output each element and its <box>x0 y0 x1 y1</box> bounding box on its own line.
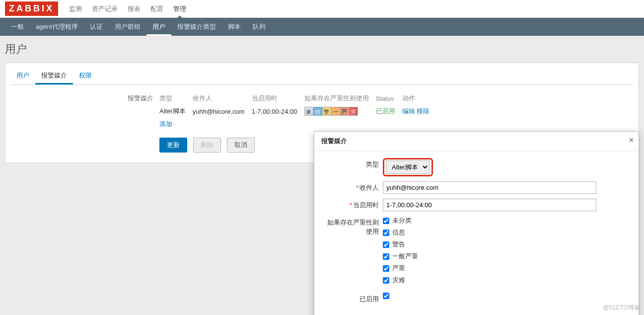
type-select-highlight: Alter脚本 <box>383 158 433 168</box>
tab-user[interactable]: 用户 <box>10 68 35 84</box>
close-icon[interactable]: × <box>629 136 634 145</box>
th-when: 当启用时 <box>252 92 304 105</box>
cell-recipient: yuhh@hicore.com <box>193 105 252 118</box>
media-modal: 报警媒介 × 类型 Alter脚本 *收件人 *当启用时 如果存在严重性则使用 <box>314 131 639 168</box>
delete-button: 删除 <box>193 138 221 153</box>
severity-badge-3: 一 <box>331 107 340 116</box>
cell-actions: 编辑 移除 <box>402 105 437 118</box>
subnav-item-users[interactable]: 用户 <box>146 18 171 36</box>
subnav-item-mediatypes[interactable]: 报警媒介类型 <box>171 18 222 36</box>
topnav-item-config[interactable]: 配置 <box>145 0 168 18</box>
subnav-item-auth[interactable]: 认证 <box>84 18 109 36</box>
table-row: Alter脚本 yuhh@hicore.com 1-7,00:00-24:00 … <box>159 105 436 118</box>
subnav-item-scripts[interactable]: 脚本 <box>222 18 247 36</box>
action-edit[interactable]: 编辑 <box>402 107 415 115</box>
table-header-row: 类型 收件人 当启用时 如果存在严重性则使用 Status 动作 <box>159 92 436 105</box>
media-section-label: 报警媒介 <box>10 92 159 103</box>
topnav-item-inventory[interactable]: 资产记录 <box>87 0 123 18</box>
media-table: 类型 收件人 当启用时 如果存在严重性则使用 Status 动作 Alter脚本… <box>159 92 436 131</box>
th-recipient: 收件人 <box>193 92 252 105</box>
label-type: 类型 <box>323 158 383 168</box>
subnav-item-queue[interactable]: 队列 <box>247 18 272 36</box>
cell-severities: 未信警一严灾 <box>304 105 376 118</box>
top-nav: ZABBIX 监测 资产记录 报表 配置 管理 <box>0 0 644 18</box>
type-select[interactable]: Alter脚本 <box>386 160 429 168</box>
action-remove[interactable]: 移除 <box>417 107 429 115</box>
cell-type: Alter脚本 <box>159 105 193 118</box>
th-severity: 如果存在严重性则使用 <box>304 92 376 105</box>
table-row-add: 添加 <box>159 118 436 131</box>
add-media-link[interactable]: 添加 <box>159 120 172 128</box>
severity-badge-5: 灾 <box>349 107 358 116</box>
tab-permissions[interactable]: 权限 <box>73 68 98 84</box>
topnav-item-admin[interactable]: 管理 <box>168 0 191 18</box>
tab-media[interactable]: 报警媒介 <box>35 68 73 84</box>
severity-badge-0: 未 <box>304 107 313 116</box>
th-type: 类型 <box>159 92 193 105</box>
subnav-item-general[interactable]: 一般 <box>5 18 30 36</box>
topnav-item-reports[interactable]: 报表 <box>123 0 145 18</box>
subnav-item-proxies[interactable]: agent代理程序 <box>30 18 84 36</box>
cancel-button[interactable]: 取消 <box>227 138 255 153</box>
severity-badge-1: 信 <box>313 107 322 116</box>
sub-nav: 一般 agent代理程序 认证 用户群组 用户 报警媒介类型 脚本 队列 <box>0 18 644 36</box>
subnav-item-usergroups[interactable]: 用户群组 <box>109 18 146 36</box>
modal-header: 报警媒介 × <box>314 132 639 151</box>
th-actions: 动作 <box>402 92 437 105</box>
severity-badge-2: 警 <box>322 107 331 116</box>
update-button[interactable]: 更新 <box>159 138 187 153</box>
th-status: Status <box>376 92 402 105</box>
tabs: 用户 报警媒介 权限 <box>10 68 634 85</box>
logo: ZABBIX <box>5 1 58 16</box>
page-title: 用户 <box>5 36 639 63</box>
severity-badge-4: 严 <box>340 107 349 116</box>
topnav-item-monitor[interactable]: 监测 <box>64 0 87 18</box>
modal-title: 报警媒介 <box>321 137 347 145</box>
cell-status: 已启用 <box>376 105 402 118</box>
cell-when: 1-7,00:00-24:00 <box>252 105 304 118</box>
